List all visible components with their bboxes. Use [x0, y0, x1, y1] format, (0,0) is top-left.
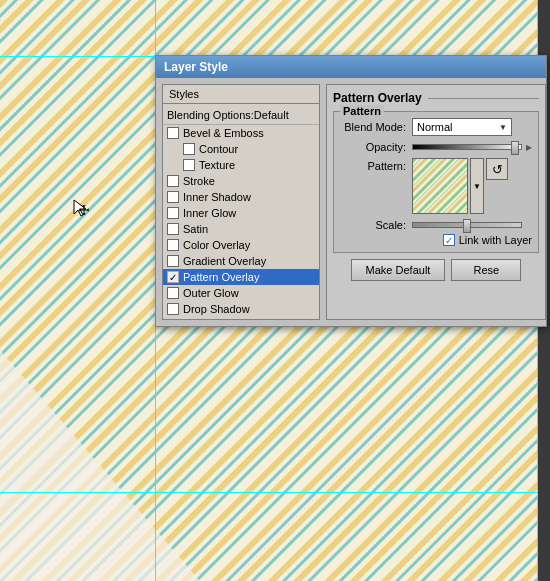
label-bevel: Bevel & Emboss	[183, 127, 264, 139]
label-texture: Texture	[199, 159, 235, 171]
checkbox-drop-shadow[interactable]	[167, 303, 179, 315]
make-default-button[interactable]: Make Default	[351, 259, 446, 281]
layer-style-dialog: Layer Style Styles Blending Options:Defa…	[155, 55, 547, 327]
label-inner-glow: Inner Glow	[183, 207, 236, 219]
style-item-stroke[interactable]: Stroke	[163, 173, 319, 189]
style-item-texture[interactable]: Texture	[163, 157, 319, 173]
opacity-arrow-right: ▶	[526, 143, 532, 152]
opacity-label: Opacity:	[340, 141, 412, 153]
scale-thumb[interactable]	[463, 219, 471, 233]
label-contour: Contour	[199, 143, 238, 155]
styles-header: Styles	[162, 84, 320, 103]
label-gradient-overlay: Gradient Overlay	[183, 255, 266, 267]
pattern-label: Pattern:	[340, 158, 412, 172]
dialog-title-bar: Layer Style	[156, 56, 546, 78]
pattern-swatch-wrap: ▼ ↺	[412, 158, 508, 214]
pattern-dropdown-btn[interactable]: ▼	[470, 158, 484, 214]
checkbox-outer-glow[interactable]	[167, 287, 179, 299]
label-stroke: Stroke	[183, 175, 215, 187]
dialog-title: Layer Style	[164, 60, 228, 74]
blend-mode-arrow: ▼	[499, 123, 507, 132]
opacity-slider[interactable]	[412, 144, 522, 150]
label-color-overlay: Color Overlay	[183, 239, 250, 251]
link-layer-row: Link with Layer	[340, 234, 532, 246]
checkbox-link-layer[interactable]	[443, 234, 455, 246]
bottom-buttons: Make Default Rese	[333, 259, 539, 281]
pattern-swatch	[412, 158, 468, 214]
checkbox-gradient-overlay[interactable]	[167, 255, 179, 267]
scale-row: Scale:	[340, 219, 532, 231]
style-item-gradient-overlay[interactable]: Gradient Overlay	[163, 253, 319, 269]
pattern-row: Pattern:	[340, 158, 532, 214]
guide-horizontal-bottom	[0, 492, 550, 493]
blend-mode-row: Blend Mode: Normal ▼	[340, 118, 532, 136]
label-satin: Satin	[183, 223, 208, 235]
opacity-control: ▶	[412, 143, 532, 152]
checkbox-texture[interactable]	[183, 159, 195, 171]
checkbox-inner-shadow[interactable]	[167, 191, 179, 203]
scale-slider[interactable]	[412, 222, 522, 228]
blending-options-item[interactable]: Blending Options:Default	[163, 106, 319, 125]
label-inner-shadow: Inner Shadow	[183, 191, 251, 203]
checkbox-satin[interactable]	[167, 223, 179, 235]
style-item-satin[interactable]: Satin	[163, 221, 319, 237]
checkbox-pattern-overlay[interactable]	[167, 271, 179, 283]
style-item-drop-shadow[interactable]: Drop Shadow	[163, 301, 319, 317]
label-outer-glow: Outer Glow	[183, 287, 239, 299]
scale-label: Scale:	[340, 219, 412, 231]
label-pattern-overlay: Pattern Overlay	[183, 271, 259, 283]
style-item-inner-shadow[interactable]: Inner Shadow	[163, 189, 319, 205]
blend-mode-value: Normal	[417, 121, 452, 133]
pattern-group: Pattern Blend Mode: Normal ▼ Opacity:	[333, 111, 539, 253]
style-item-bevel[interactable]: Bevel & Emboss	[163, 125, 319, 141]
checkbox-stroke[interactable]	[167, 175, 179, 187]
opacity-row: Opacity: ▶	[340, 141, 532, 153]
blend-mode-control: Normal ▼	[412, 118, 532, 136]
dialog-body: Styles Blending Options:Default Bevel & …	[156, 78, 546, 326]
style-item-outer-glow[interactable]: Outer Glow	[163, 285, 319, 301]
blend-mode-select[interactable]: Normal ▼	[412, 118, 512, 136]
checkbox-inner-glow[interactable]	[167, 207, 179, 219]
reset-button[interactable]: Rese	[451, 259, 521, 281]
label-drop-shadow: Drop Shadow	[183, 303, 250, 315]
options-panel: Pattern Overlay Pattern Blend Mode: Norm…	[326, 84, 546, 320]
opacity-thumb[interactable]	[511, 141, 519, 155]
link-layer-label: Link with Layer	[459, 234, 532, 246]
pattern-refresh-btn[interactable]: ↺	[486, 158, 508, 180]
svg-rect-22	[413, 159, 467, 213]
styles-list: Blending Options:Default Bevel & Emboss …	[162, 103, 320, 320]
style-item-inner-glow[interactable]: Inner Glow	[163, 205, 319, 221]
section-title-pattern-overlay: Pattern Overlay	[333, 91, 539, 105]
pattern-group-label: Pattern	[340, 105, 384, 117]
style-item-pattern-overlay[interactable]: Pattern Overlay	[163, 269, 319, 285]
style-item-color-overlay[interactable]: Color Overlay	[163, 237, 319, 253]
checkbox-color-overlay[interactable]	[167, 239, 179, 251]
checkbox-contour[interactable]	[183, 143, 195, 155]
checkbox-bevel[interactable]	[167, 127, 179, 139]
style-item-contour[interactable]: Contour	[163, 141, 319, 157]
blend-mode-label: Blend Mode:	[340, 121, 412, 133]
styles-panel: Styles Blending Options:Default Bevel & …	[162, 84, 320, 320]
